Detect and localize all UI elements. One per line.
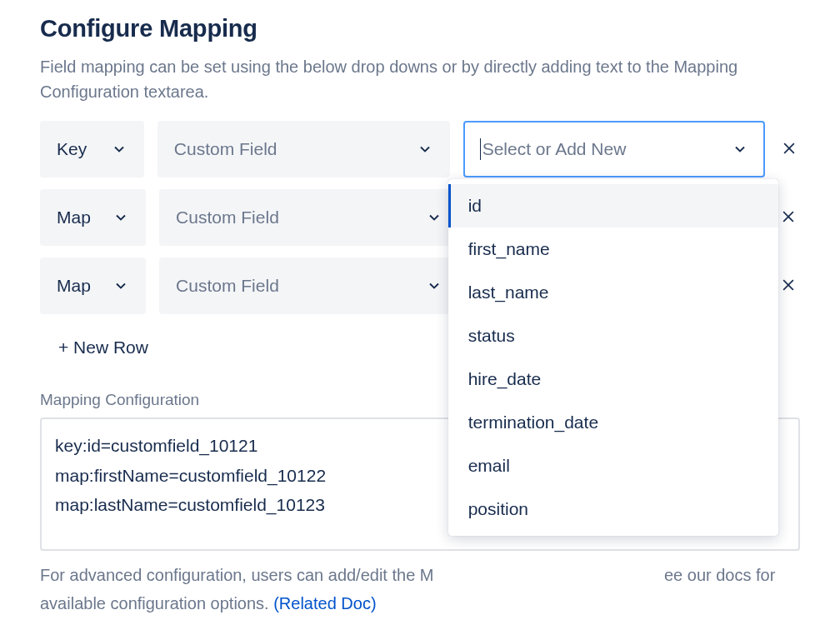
dropdown-option-termination-date[interactable]: termination_date bbox=[448, 401, 778, 444]
footer-text-prefix: For advanced configuration, users can ad… bbox=[40, 566, 434, 584]
dropdown-option-status[interactable]: status bbox=[448, 314, 778, 358]
chevron-down-icon bbox=[426, 278, 442, 294]
custom-field-label: Custom Field bbox=[176, 276, 279, 296]
close-icon bbox=[780, 277, 797, 293]
combobox-placeholder: Select or Add New bbox=[482, 139, 627, 159]
chevron-down-icon bbox=[111, 141, 128, 158]
close-icon bbox=[781, 140, 798, 157]
remove-row-button[interactable] bbox=[778, 275, 800, 297]
dropdown-option-email[interactable]: email bbox=[448, 444, 778, 488]
dropdown-popup: id first_name last_name status hire_date… bbox=[448, 179, 778, 536]
row-type-label: Key bbox=[57, 139, 87, 159]
dropdown-option-position[interactable]: position bbox=[448, 488, 778, 531]
footer-help-text: For advanced configuration, users can ad… bbox=[40, 561, 800, 618]
remove-row-button[interactable] bbox=[778, 138, 800, 160]
custom-field-label: Custom Field bbox=[174, 139, 278, 159]
dropdown-option-first-name[interactable]: first_name bbox=[448, 228, 778, 271]
custom-field-label: Custom Field bbox=[176, 208, 279, 228]
row-type-label: Map bbox=[57, 276, 91, 296]
dropdown-option-hire-date[interactable]: hire_date bbox=[448, 358, 778, 401]
dropdown-option-last-name[interactable]: last_name bbox=[448, 271, 778, 314]
row-type-select[interactable]: Key bbox=[40, 121, 144, 178]
custom-field-select[interactable]: Custom Field bbox=[158, 121, 450, 178]
close-icon bbox=[780, 208, 797, 225]
chevron-down-icon bbox=[426, 209, 442, 226]
related-doc-link[interactable]: (Related Doc) bbox=[273, 594, 376, 612]
select-or-add-new-combobox[interactable]: Select or Add New bbox=[463, 121, 765, 178]
dropdown-option-id[interactable]: id bbox=[448, 184, 778, 228]
page-description: Field mapping can be set using the below… bbox=[40, 54, 790, 104]
row-type-label: Map bbox=[57, 208, 91, 228]
text-caret bbox=[480, 138, 481, 160]
chevron-down-icon bbox=[112, 209, 129, 226]
remove-row-button[interactable] bbox=[778, 207, 800, 228]
chevron-down-icon bbox=[732, 141, 748, 158]
row-type-select[interactable]: Map bbox=[40, 258, 146, 314]
mapping-row: Key Custom Field Select or Add New id fi… bbox=[40, 121, 800, 178]
mapping-rows: Key Custom Field Select or Add New id fi… bbox=[40, 121, 800, 369]
row-type-select[interactable]: Map bbox=[40, 189, 146, 246]
chevron-down-icon bbox=[112, 278, 129, 294]
page-title: Configure Mapping bbox=[40, 15, 800, 42]
custom-field-select[interactable]: Custom Field bbox=[159, 258, 458, 314]
custom-field-select[interactable]: Custom Field bbox=[159, 189, 458, 246]
chevron-down-icon bbox=[417, 141, 433, 158]
